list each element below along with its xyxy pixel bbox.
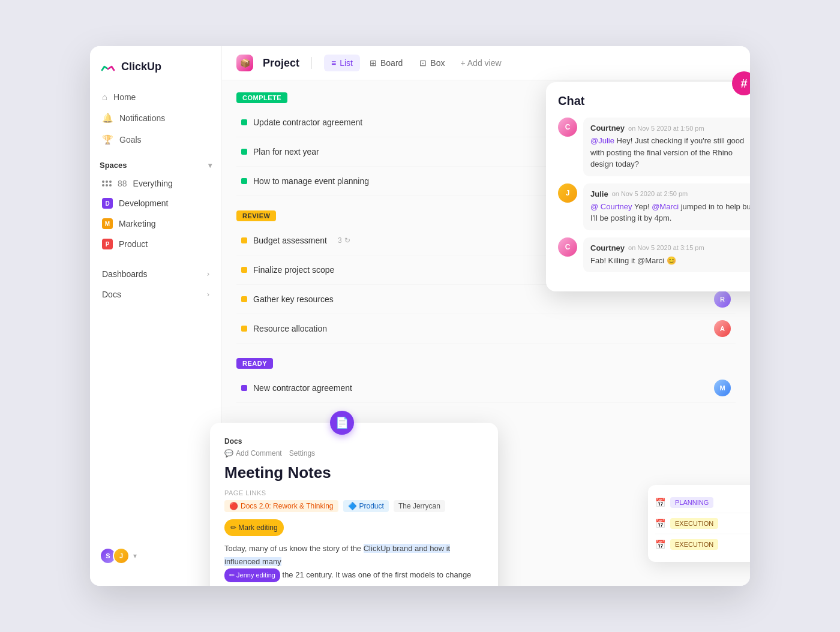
chat-bubble: Courtney on Nov 5 2020 at 3:15 pm Fab! K… bbox=[583, 237, 750, 273]
chat-message: C Courtney on Nov 5 2020 at 1:50 pm @Jul… bbox=[558, 118, 750, 176]
add-view-button[interactable]: + Add view bbox=[454, 55, 507, 71]
task-status-dot bbox=[241, 385, 247, 391]
project-title: Project bbox=[263, 57, 299, 70]
tab-board[interactable]: ⊞ Board bbox=[362, 55, 410, 71]
task-left: How to manage event planning bbox=[241, 176, 369, 186]
chat-avatar: C bbox=[558, 118, 577, 137]
sidebar-item-label: Home bbox=[113, 92, 136, 102]
user-avatar-stack: S J bbox=[100, 547, 130, 564]
box-tab-icon: ⊡ bbox=[419, 58, 427, 68]
sidebar-item-marketing[interactable]: M Marketing bbox=[95, 214, 217, 233]
sidebar-item-goals[interactable]: 🏆 Goals bbox=[95, 130, 217, 150]
chat-text: Fab! Killing it @Marci 😊 bbox=[590, 255, 750, 267]
docs-content: ✏ Mark editing Today, many of us know th… bbox=[224, 520, 484, 586]
app-container: ClickUp ⌂ Home 🔔 Notifications 🏆 Goals S… bbox=[90, 46, 750, 586]
task-count-badge: 3 ↻ bbox=[338, 236, 350, 245]
task-status-dot bbox=[241, 119, 247, 125]
chat-meta: Courtney on Nov 5 2020 at 3:15 pm bbox=[590, 243, 750, 252]
chat-bubble: Courtney on Nov 5 2020 at 1:50 pm @Julie… bbox=[583, 118, 750, 176]
sidebar-item-development[interactable]: D Development bbox=[95, 194, 217, 213]
chat-mention2: @Marci bbox=[652, 202, 679, 211]
chat-text: @ Courtney Yep! @Marci jumped in to help… bbox=[590, 201, 750, 224]
board-tab-icon: ⊞ bbox=[370, 58, 377, 68]
development-space-icon: D bbox=[102, 198, 113, 209]
docs-label: Docs bbox=[102, 290, 121, 299]
ready-badge: READY bbox=[236, 358, 273, 369]
app-logo[interactable]: ClickUp bbox=[90, 58, 221, 87]
user-avatar-photo: J bbox=[113, 547, 130, 564]
docs-title: Meeting Notes bbox=[224, 464, 484, 482]
table-row[interactable]: Resource allocation A bbox=[236, 314, 736, 344]
sidebar-footer: S J ▾ bbox=[90, 538, 221, 574]
bottom-nav: Dashboards › Docs › bbox=[90, 264, 221, 305]
space-count: 88 bbox=[118, 179, 127, 188]
task-tag-execution: EXECUTION bbox=[670, 539, 718, 550]
task-left: Budget assessment 3 ↻ bbox=[241, 236, 350, 245]
sidebar-item-notifications[interactable]: 🔔 Notifications bbox=[95, 108, 217, 128]
tab-list[interactable]: ≡ List bbox=[324, 55, 360, 71]
calendar-icon: 📅 bbox=[655, 540, 665, 549]
product-space-icon: P bbox=[102, 239, 113, 249]
chat-bubble: Julie on Nov 5 2020 at 2:50 pm @ Courtne… bbox=[583, 183, 750, 230]
everything-dots-grid bbox=[102, 180, 112, 186]
sidebar-item-everything[interactable]: 88 Everything bbox=[95, 174, 217, 192]
settings-button[interactable]: Settings bbox=[289, 449, 315, 458]
space-label: Product bbox=[119, 239, 148, 249]
page-link-docs[interactable]: 🔴 Docs 2.0: Rework & Thinking bbox=[224, 500, 338, 512]
tab-box[interactable]: ⊡ Box bbox=[412, 55, 452, 71]
docs-panel: 📄 Docs 💬 Add Comment Settings Meeting No… bbox=[210, 423, 498, 586]
sidebar-item-dashboards[interactable]: Dashboards › bbox=[95, 264, 217, 284]
add-comment-button[interactable]: 💬 Add Comment bbox=[224, 449, 282, 458]
task-tag-execution: EXECUTION bbox=[670, 518, 718, 529]
chat-avatar: C bbox=[558, 237, 577, 257]
task-tag-planning: PLANNING bbox=[670, 497, 713, 508]
chat-panel: # Chat C Courtney on Nov 5 2020 at 1:50 … bbox=[546, 82, 750, 291]
table-row[interactable]: New contractor agreement M bbox=[236, 374, 736, 403]
task-assignee-avatar: R bbox=[714, 291, 731, 308]
sidebar-item-product[interactable]: P Product bbox=[95, 234, 217, 254]
space-label: Everything bbox=[133, 179, 173, 188]
dashboards-chevron-icon: › bbox=[207, 270, 209, 278]
bell-icon: 🔔 bbox=[102, 113, 113, 124]
chat-mention: @Julie bbox=[590, 136, 614, 145]
task-status-dot bbox=[241, 326, 247, 332]
logo-text: ClickUp bbox=[121, 61, 161, 73]
project-icon: 📦 bbox=[236, 55, 253, 71]
right-task-left: 📅 PLANNING bbox=[655, 497, 713, 508]
docs-chevron-icon: › bbox=[207, 290, 209, 299]
trophy-icon: 🏆 bbox=[102, 134, 113, 145]
page-link-icon: 🔴 bbox=[229, 502, 238, 510]
right-tasks-panel: 📅 PLANNING ⚑ 📅 EXECUTION ⚑ 📅 EXECUTION ⚑ bbox=[648, 485, 750, 562]
task-status-dot bbox=[241, 296, 247, 302]
chat-mention: @ Courtney bbox=[590, 202, 632, 211]
docs-actions-bar: 💬 Add Comment Settings bbox=[224, 449, 484, 458]
task-status-dot bbox=[241, 237, 247, 243]
spaces-section-header: Spaces ▾ bbox=[90, 151, 221, 174]
main-nav: ⌂ Home 🔔 Notifications 🏆 Goals bbox=[90, 87, 221, 151]
spaces-chevron-icon[interactable]: ▾ bbox=[208, 161, 212, 170]
user-dropdown-icon[interactable]: ▾ bbox=[133, 552, 137, 560]
task-status-dot bbox=[241, 267, 247, 273]
task-left: Resource allocation bbox=[241, 324, 327, 333]
task-assignee-avatar: M bbox=[714, 380, 731, 396]
chat-title: Chat bbox=[558, 94, 750, 108]
right-task-row: 📅 EXECUTION ⚑ bbox=[655, 534, 750, 555]
task-assignee-avatar: A bbox=[714, 320, 731, 337]
right-task-left: 📅 EXECUTION bbox=[655, 518, 718, 529]
chat-message: C Courtney on Nov 5 2020 at 3:15 pm Fab!… bbox=[558, 237, 750, 273]
page-link-jerrycan[interactable]: The Jerrycan bbox=[394, 500, 445, 512]
spaces-list: 88 Everything D Development M Marketing … bbox=[90, 174, 221, 255]
page-link-product[interactable]: 🔷 Product bbox=[343, 500, 389, 512]
right-task-left: 📅 EXECUTION bbox=[655, 539, 718, 550]
docs-page-links: 🔴 Docs 2.0: Rework & Thinking 🔷 Product … bbox=[224, 500, 484, 512]
sidebar: ClickUp ⌂ Home 🔔 Notifications 🏆 Goals S… bbox=[90, 46, 222, 586]
home-icon: ⌂ bbox=[102, 92, 107, 102]
sidebar-item-docs[interactable]: Docs › bbox=[95, 285, 217, 304]
right-task-row: 📅 EXECUTION ⚑ bbox=[655, 513, 750, 534]
sidebar-item-home[interactable]: ⌂ Home bbox=[95, 87, 217, 107]
mark-editing-button[interactable]: ✏ Mark editing bbox=[224, 519, 284, 536]
chat-meta: Julie on Nov 5 2020 at 2:50 pm bbox=[590, 189, 750, 198]
task-left: Update contractor agreement bbox=[241, 118, 362, 127]
docs-fab-button[interactable]: 📄 bbox=[330, 411, 354, 435]
refresh-icon: ↻ bbox=[344, 236, 350, 245]
